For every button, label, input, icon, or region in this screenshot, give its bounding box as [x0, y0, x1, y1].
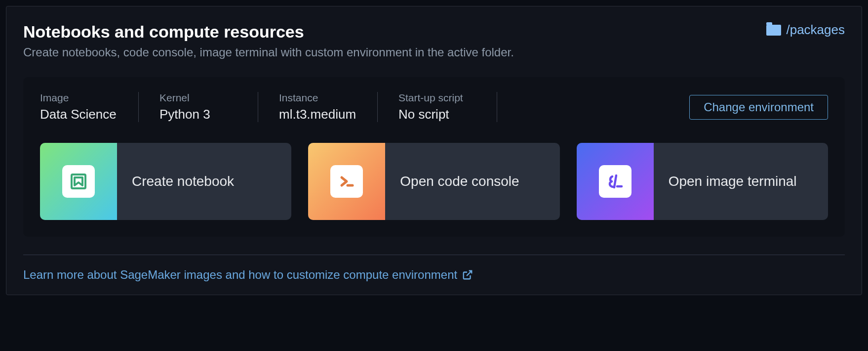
config-kernel-value: Python 3	[159, 107, 237, 122]
external-link-icon	[462, 269, 473, 280]
notebook-icon-slab	[40, 143, 117, 220]
config-kernel-label: Kernel	[159, 92, 237, 104]
config-script-label: Start-up script	[398, 92, 476, 104]
config-instance: Instance ml.t3.medium	[279, 92, 378, 122]
console-icon-slab	[308, 143, 385, 220]
panel-header: Notebooks and compute resources Create n…	[23, 22, 845, 59]
panel-title: Notebooks and compute resources	[23, 22, 514, 42]
config-startup-script: Start-up script No script	[398, 92, 497, 122]
active-folder-link[interactable]: /packages	[766, 22, 845, 38]
open-code-console-card[interactable]: Open code console	[308, 143, 559, 220]
notebooks-panel: Notebooks and compute resources Create n…	[6, 6, 862, 295]
open-code-console-label: Open code console	[385, 143, 559, 220]
config-instance-value: ml.t3.medium	[279, 107, 356, 122]
action-cards-row: Create notebook Open code console	[40, 143, 828, 220]
svg-line-3	[467, 271, 472, 276]
panel-subtitle: Create notebooks, code console, image te…	[23, 45, 514, 59]
folder-path-text: /packages	[786, 22, 845, 38]
change-env-wrap: Change environment	[689, 95, 828, 120]
config-script-value: No script	[398, 107, 476, 122]
config-image-value: Data Science	[40, 107, 118, 122]
config-image: Image Data Science	[40, 92, 139, 122]
config-instance-label: Instance	[279, 92, 356, 104]
divider	[23, 255, 845, 255]
terminal-icon-slab	[577, 143, 654, 220]
change-environment-button[interactable]: Change environment	[689, 95, 828, 120]
environment-config-card: Image Data Science Kernel Python 3 Insta…	[23, 77, 845, 237]
config-row: Image Data Science Kernel Python 3 Insta…	[40, 92, 828, 122]
create-notebook-card[interactable]: Create notebook	[40, 143, 291, 220]
config-kernel: Kernel Python 3	[159, 92, 258, 122]
console-icon	[330, 165, 363, 198]
learn-more-text: Learn more about SageMaker images and ho…	[23, 268, 457, 282]
notebook-icon	[62, 165, 95, 198]
folder-icon	[766, 25, 781, 36]
header-text-block: Notebooks and compute resources Create n…	[23, 22, 514, 59]
open-image-terminal-label: Open image terminal	[654, 143, 828, 220]
create-notebook-label: Create notebook	[117, 143, 291, 220]
terminal-icon	[599, 165, 631, 198]
open-image-terminal-card[interactable]: Open image terminal	[577, 143, 828, 220]
learn-more-link[interactable]: Learn more about SageMaker images and ho…	[23, 268, 473, 282]
config-image-label: Image	[40, 92, 118, 104]
